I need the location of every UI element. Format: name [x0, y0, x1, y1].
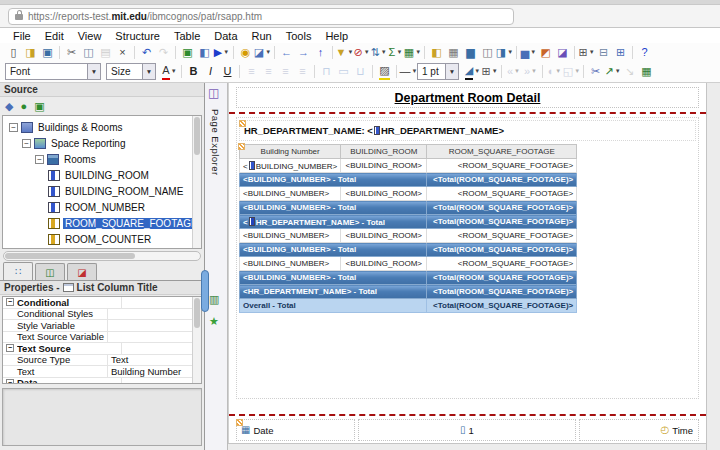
- property-row-text-source-variable[interactable]: Text Source Variable: [3, 332, 201, 344]
- lock-page-objects-button[interactable]: ◉: [237, 45, 254, 60]
- menu-item-view[interactable]: View: [71, 30, 109, 42]
- dropdown-arrow-icon[interactable]: ▼: [396, 45, 402, 60]
- group-span-button[interactable]: ⊟: [595, 45, 612, 60]
- dropdown-arrow-icon[interactable]: ▼: [381, 45, 387, 60]
- align-right-button[interactable]: ≡: [277, 64, 294, 79]
- open-button[interactable]: ◨: [22, 45, 39, 60]
- canvas-vscrollbar-track[interactable]: [706, 83, 720, 450]
- collapse-icon[interactable]: −: [6, 344, 14, 352]
- cut-button[interactable]: ✂: [63, 45, 80, 60]
- tree-item-buildings-rooms[interactable]: −Buildings & Rooms: [3, 119, 201, 135]
- dropdown-arrow-icon[interactable]: ▼: [415, 45, 421, 60]
- chart-type-button[interactable]: ▅▼: [520, 45, 537, 60]
- chevron-down-icon[interactable]: ▼: [142, 64, 155, 79]
- menu-item-run[interactable]: Run: [245, 30, 279, 42]
- conditional-styles-button[interactable]: ◐▼: [546, 64, 563, 79]
- font-select[interactable]: Font▼: [5, 63, 101, 80]
- filter-button[interactable]: ▼▼: [336, 45, 353, 60]
- report-title[interactable]: Department Room Detail: [395, 91, 541, 105]
- query-explorer-icon[interactable]: ▥: [209, 293, 219, 306]
- page-explorer-label[interactable]: Page Explorer: [210, 109, 221, 176]
- valign-top-button[interactable]: ⊓: [318, 64, 335, 79]
- selection-handle[interactable]: [238, 143, 245, 150]
- property-value[interactable]: [107, 309, 201, 320]
- menu-item-data[interactable]: Data: [207, 30, 244, 42]
- table-total-cell[interactable]: <BUILDING_NUMBER> - Total: [240, 243, 427, 257]
- table-cell[interactable]: <BUILDING_NUMBER>: [240, 187, 341, 201]
- section-button[interactable]: ▦▼: [404, 45, 421, 60]
- column-header-building-number[interactable]: Building Number: [240, 145, 341, 159]
- table-cell[interactable]: <BUILDING_ROOM>: [341, 257, 427, 271]
- help-button[interactable]: ?: [636, 45, 653, 60]
- tree-item-building-room-name[interactable]: BUILDING_ROOM_NAME: [3, 183, 201, 199]
- dropdown-arrow-icon[interactable]: ▼: [223, 45, 229, 60]
- table-cell[interactable]: <BUILDING_ROOM>: [341, 229, 427, 243]
- page-explorer-icon[interactable]: ◫: [208, 86, 219, 100]
- condition-explorer-icon[interactable]: ★: [209, 315, 219, 328]
- collapse-icon[interactable]: −: [35, 155, 44, 164]
- chevron-down-icon[interactable]: ▼: [445, 64, 458, 79]
- menu-item-tools[interactable]: Tools: [279, 30, 319, 42]
- paste-button[interactable]: ▤: [97, 45, 114, 60]
- dropdown-arrow-icon[interactable]: ▼: [474, 64, 480, 79]
- page-body-block[interactable]: HR_DEPARTMENT_NAME: <HR_DEPARTMENT_NAME>…: [236, 117, 699, 399]
- style-manager-button[interactable]: ▦: [638, 64, 655, 79]
- sort-button[interactable]: ⇅▼: [370, 45, 387, 60]
- table-grid-button[interactable]: ⊞▼: [578, 45, 595, 60]
- tree-item-rooms[interactable]: −Rooms: [3, 151, 201, 167]
- dropdown-arrow-icon[interactable]: ▼: [514, 64, 520, 79]
- validate-report-button[interactable]: ▣: [179, 45, 196, 60]
- menu-item-structure[interactable]: Structure: [108, 30, 167, 42]
- table-cell[interactable]: <ROOM_SQUARE_FOOTAGE>: [427, 187, 577, 201]
- dropdown-arrow-icon[interactable]: ▼: [555, 64, 561, 79]
- border-color-button[interactable]: ◢▼: [464, 64, 481, 79]
- tab-data-items[interactable]: ◫: [35, 263, 65, 280]
- property-value[interactable]: [107, 320, 201, 331]
- table-total-cell[interactable]: <Total(ROOM_SQUARE_FOOTAGE)>: [427, 271, 577, 285]
- line-width-select[interactable]: 1 pt▼: [417, 63, 459, 80]
- selection-handle[interactable]: [239, 120, 246, 127]
- pivot-button[interactable]: ◪: [554, 45, 571, 60]
- undo-button[interactable]: ↶: [138, 45, 155, 60]
- footer-time-cell[interactable]: ◴ Time: [579, 419, 699, 441]
- table-total-cell[interactable]: Overall - Total: [240, 299, 427, 313]
- ungroup-button[interactable]: ⊞: [612, 45, 629, 60]
- view-xml-button[interactable]: ◧: [196, 45, 213, 60]
- font-color-button[interactable]: A▼: [161, 64, 178, 79]
- detach-style-button[interactable]: ✂: [587, 64, 604, 79]
- page-layers-button[interactable]: ◪▼: [254, 45, 271, 60]
- table-total-cell[interactable]: <Total(ROOM_SQUARE_FOOTAGE)>: [427, 173, 577, 187]
- dropdown-arrow-icon[interactable]: ▼: [531, 64, 537, 79]
- table-total-cell[interactable]: <Total(ROOM_SQUARE_FOOTAGE)>: [427, 285, 577, 299]
- insert-list-button[interactable]: ◧: [428, 45, 445, 60]
- run-report-button[interactable]: ▶▼: [213, 45, 230, 60]
- new-button[interactable]: ▯: [5, 45, 22, 60]
- insert-object-button[interactable]: ◨▼: [496, 45, 513, 60]
- suppress-button[interactable]: ⊘▼: [353, 45, 370, 60]
- table-cell[interactable]: <BUILDING_ROOM>: [341, 187, 427, 201]
- property-row-conditional[interactable]: −Conditional: [3, 297, 201, 309]
- save-button[interactable]: ▣: [39, 45, 56, 60]
- align-left-button[interactable]: ≡: [243, 64, 260, 79]
- insert-crosstab-button[interactable]: ▦: [445, 45, 462, 60]
- menu-item-table[interactable]: Table: [167, 30, 207, 42]
- dropdown-arrow-icon[interactable]: ▼: [589, 45, 595, 60]
- tree-item-room-number[interactable]: ROOM_NUMBER: [3, 199, 201, 215]
- url-bar[interactable]: https://reports-test.mit.edu/ibmcognos/p…: [8, 8, 514, 25]
- pick-up-style-button[interactable]: ↗▼: [604, 64, 621, 79]
- menu-item-edit[interactable]: Edit: [38, 30, 71, 42]
- property-row-data[interactable]: −Data: [3, 378, 201, 385]
- collapse-icon[interactable]: −: [22, 139, 31, 148]
- align-center-button[interactable]: ≡: [260, 64, 277, 79]
- italic-button[interactable]: I: [202, 64, 219, 79]
- tab-toolbox[interactable]: ◪: [67, 263, 97, 280]
- back-button[interactable]: ←: [278, 45, 295, 60]
- canvas-hscrollbar-track[interactable]: [228, 443, 706, 450]
- grouping-text-block[interactable]: HR_DEPARTMENT_NAME: <HR_DEPARTMENT_NAME>: [239, 120, 696, 141]
- swap-rows-columns-button[interactable]: ◩: [537, 45, 554, 60]
- chevron-down-icon[interactable]: ▼: [87, 64, 100, 79]
- apply-style-button[interactable]: ↘: [621, 64, 638, 79]
- copy-button[interactable]: ◫: [80, 45, 97, 60]
- redo-button[interactable]: ↷: [155, 45, 172, 60]
- dropdown-arrow-icon[interactable]: ▼: [507, 45, 513, 60]
